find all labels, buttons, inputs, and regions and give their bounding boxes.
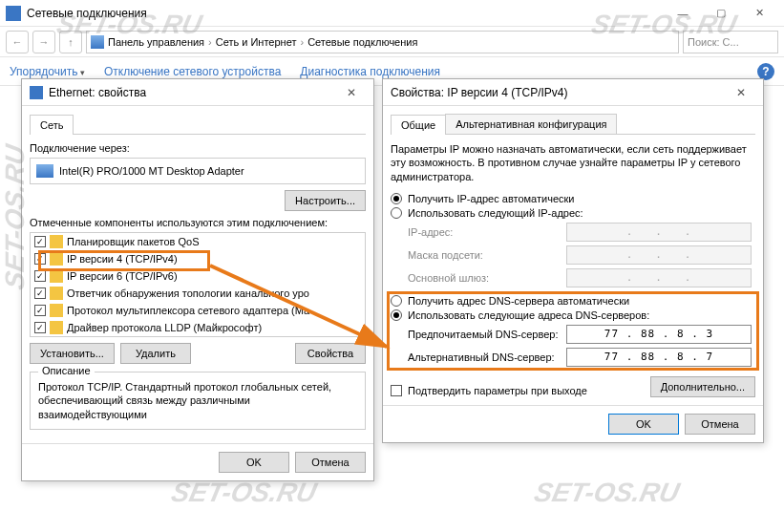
advanced-button[interactable]: Дополнительно... (650, 376, 755, 397)
adapter-icon (36, 164, 53, 178)
subnet-mask-label: Маска подсети: (408, 249, 561, 261)
description-legend: Описание (38, 365, 95, 376)
checkbox[interactable] (34, 253, 46, 265)
subnet-mask-field: . . . (566, 245, 752, 265)
alternate-dns-label: Альтернативный DNS-сервер: (408, 351, 561, 363)
back-button[interactable]: ← (6, 31, 29, 53)
alternate-dns-field[interactable]: 77 . 88 . 8 . 7 (566, 348, 752, 367)
dialog1-close-button[interactable]: ✕ (337, 82, 366, 103)
component-icon (50, 287, 63, 300)
dialog2-close-button[interactable]: ✕ (727, 82, 755, 103)
disable-device-cmd[interactable]: Отключение сетевого устройства (104, 65, 281, 78)
checkbox[interactable] (34, 287, 46, 299)
organize-menu[interactable]: Упорядочить (10, 65, 85, 78)
component-icon (50, 304, 63, 317)
connect-via-label: Подключение через: (30, 142, 366, 154)
ip-manual-radio[interactable] (391, 207, 402, 219)
component-icon (50, 252, 63, 266)
dialog1-ok-button[interactable]: OK (219, 452, 289, 473)
checkbox[interactable] (34, 236, 46, 247)
dns-auto-radio[interactable] (391, 295, 402, 307)
gateway-field: . . . (566, 268, 752, 287)
window-icon (6, 6, 21, 21)
help-icon[interactable]: ? (757, 63, 774, 80)
checkbox[interactable] (34, 322, 46, 333)
forward-button[interactable]: → (32, 31, 55, 53)
dialog2-cancel-button[interactable]: Отмена (685, 414, 755, 435)
preferred-dns-field[interactable]: 77 . 88 . 8 . 3 (566, 325, 752, 344)
components-label: Отмеченные компоненты используются этим … (30, 217, 366, 228)
ethernet-icon (30, 86, 43, 99)
gateway-label: Основной шлюз: (408, 272, 561, 284)
adapter-box: Intel(R) PRO/1000 MT Desktop Adapter (30, 158, 366, 184)
maximize-button[interactable]: ▢ (702, 0, 740, 27)
ip-address-field: . . . (566, 223, 752, 242)
breadcrumb-item[interactable]: Сеть и Интернет (216, 36, 297, 48)
intro-text: Параметры IP можно назначать автоматичес… (391, 142, 755, 183)
checkbox[interactable] (34, 305, 46, 316)
checkbox[interactable] (34, 270, 46, 282)
close-button[interactable]: ✕ (740, 0, 778, 27)
ipv4-properties-dialog: Свойства: IP версии 4 (TCP/IPv4) ✕ Общие… (382, 78, 764, 443)
address-bar[interactable]: Панель управления› Сеть и Интернет› Сете… (86, 31, 679, 53)
dialog2-ok-button[interactable]: OK (608, 414, 679, 435)
folder-icon (91, 35, 104, 49)
breadcrumb-bar: ← → ↑ Панель управления› Сеть и Интернет… (0, 27, 784, 57)
adapter-name: Intel(R) PRO/1000 MT Desktop Adapter (59, 165, 244, 177)
explorer-titlebar: Сетевые подключения — ▢ ✕ (0, 0, 784, 27)
ip-auto-radio[interactable] (391, 193, 402, 204)
component-icon (50, 235, 63, 248)
tab-general[interactable]: Общие (391, 115, 446, 135)
ethernet-properties-dialog: Ethernet: свойства ✕ Сеть Подключение че… (21, 78, 374, 481)
dialog1-title: Ethernet: свойства (49, 86, 337, 99)
component-icon (50, 321, 63, 334)
tab-alt-config[interactable]: Альтернативная конфигурация (445, 114, 617, 134)
ip-address-label: IP-адрес: (408, 226, 561, 238)
dns-manual-radio[interactable] (391, 309, 402, 321)
search-box[interactable]: Поиск: С... (683, 31, 778, 53)
components-list[interactable]: Планировщик пакетов QoS IP версии 4 (TCP… (30, 232, 366, 337)
watermark: SET-OS.RU (532, 478, 683, 508)
up-button[interactable]: ↑ (59, 31, 82, 53)
breadcrumb-item[interactable]: Сетевые подключения (307, 36, 417, 48)
dialog1-cancel-button[interactable]: Отмена (295, 452, 366, 473)
diagnose-cmd[interactable]: Диагностика подключения (300, 65, 440, 78)
validate-checkbox[interactable] (391, 385, 402, 396)
breadcrumb-item[interactable]: Панель управления (108, 36, 204, 48)
tab-network[interactable]: Сеть (30, 115, 74, 135)
window-title: Сетевые подключения (27, 7, 664, 20)
remove-button[interactable]: Удалить (120, 343, 191, 364)
component-icon (50, 269, 63, 283)
configure-button[interactable]: Настроить... (285, 190, 366, 211)
watermark: SET-OS.RU (169, 478, 320, 508)
install-button[interactable]: Установить... (30, 343, 115, 364)
properties-button[interactable]: Свойства (295, 343, 366, 364)
description-text: Протокол TCP/IP. Стандартный протокол гл… (38, 380, 357, 421)
preferred-dns-label: Предпочитаемый DNS-сервер: (408, 329, 561, 340)
dialog2-title: Свойства: IP версии 4 (TCP/IPv4) (391, 86, 727, 99)
search-placeholder: Поиск: С... (688, 36, 739, 48)
minimize-button[interactable]: — (664, 0, 702, 27)
